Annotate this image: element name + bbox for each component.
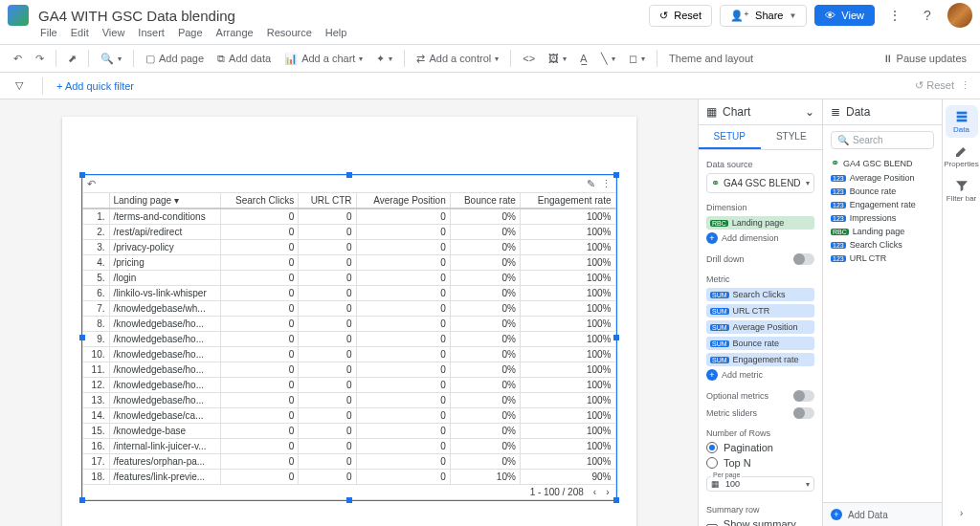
filter-icon[interactable]: ▽ [10,76,29,96]
canvas[interactable]: ↶ ✎ ⋮ Landing page ▾ Search Clicks URL C… [0,99,698,526]
help-button[interactable]: ? [915,3,940,28]
menu-resource[interactable]: Resource [267,27,312,40]
rail-data[interactable]: Data [946,105,978,138]
undo-icon[interactable]: ↶ [87,178,96,190]
filter-more[interactable]: ⋮ [960,79,970,92]
more-options-button[interactable]: ⋮ [882,3,907,28]
pause-updates[interactable]: ⏸ Pause updates [877,49,972,68]
pager-prev[interactable]: ‹ [593,487,596,497]
rail-filter[interactable]: Filter bar [946,174,978,207]
col-url-ctr[interactable]: URL CTR [299,193,356,209]
table-row[interactable]: 13./knowledgebase/ho...0000%100% [82,393,615,408]
add-data-button[interactable]: +Add Data [823,502,942,526]
add-metric[interactable]: +Add metric [706,369,814,381]
pencil-icon[interactable]: ✎ [587,178,595,190]
account-avatar[interactable] [947,3,972,28]
text-tool[interactable]: A̲ [574,49,593,69]
col-engagement-rate[interactable]: Engagement rate [520,193,615,209]
menu-file[interactable]: File [40,27,57,40]
add-control[interactable]: ⇄ Add a control ▾ [411,49,504,69]
tab-setup[interactable]: SETUP [699,125,761,149]
menu-edit[interactable]: Edit [71,27,89,40]
metric-chip[interactable]: SUMAverage Position [706,320,814,334]
image-tool[interactable]: 🖼▾ [543,49,572,68]
col-bounce-rate[interactable]: Bounce rate [450,193,520,209]
dimension-chip[interactable]: RBCLanding page [706,216,814,230]
add-dimension[interactable]: +Add dimension [706,232,814,244]
line-tool[interactable]: ╲▾ [595,49,621,69]
col-avg-position[interactable]: Average Position [356,193,450,209]
field-search[interactable]: 🔍 Search [831,131,934,149]
data-source-selector[interactable]: ⚭GA4 GSC BLEND▾ [706,173,814,193]
table-row[interactable]: 14./knowledgebase/ca...0000%100% [82,408,615,424]
redo-button[interactable]: ↷ [30,49,50,69]
metric-chip[interactable]: SUMBounce rate [706,337,814,350]
table-row[interactable]: 11./knowledgebase/ho...0000%100% [82,362,615,378]
chart-type-chevron[interactable]: ⌄ [805,105,814,119]
metric-chip[interactable]: SUMEngagement rate [706,353,814,366]
field-item[interactable]: 123Search Clicks [831,238,934,252]
data-source-entry[interactable]: ⚭GA4 GSC BLEND [831,155,934,171]
table-row[interactable]: 7./knowledgebase/wh...0000%100% [82,301,615,317]
optional-metrics-toggle[interactable] [793,390,814,402]
url-embed[interactable]: <> [517,49,541,68]
doc-title[interactable]: GA4 WITH GSC Data blending [38,8,649,24]
chart-more-icon[interactable]: ⋮ [601,178,612,190]
table-chart[interactable]: ↶ ✎ ⋮ Landing page ▾ Search Clicks URL C… [81,174,617,501]
metric-sliders-toggle[interactable] [793,407,814,419]
field-item[interactable]: RBCLanding page [831,225,934,238]
radio-topn[interactable] [706,457,718,469]
rail-properties[interactable]: Properties [946,140,978,172]
table-row[interactable]: 16./internal-link-juicer-v...0000%100% [82,439,615,454]
field-item[interactable]: 123Engagement rate [831,198,934,211]
table-row[interactable]: 17./features/orphan-pa...0000%100% [82,454,615,470]
drill-down-toggle[interactable] [793,253,814,265]
add-page[interactable]: ▢ Add page [140,49,210,69]
field-item[interactable]: 123Impressions [831,211,934,225]
menu-help[interactable]: Help [325,27,347,40]
undo-button[interactable]: ↶ [8,49,28,69]
table-row[interactable]: 5./login0000%100% [82,271,615,286]
table-row[interactable]: 3./privacy-policy0000%100% [82,240,615,255]
community-viz[interactable]: ✦▾ [370,49,398,69]
tab-style[interactable]: STYLE [761,125,823,149]
field-item[interactable]: 123URL CTR [831,252,934,265]
menu-view[interactable]: View [102,27,125,40]
table-row[interactable]: 10./knowledgebase/ho...0000%100% [82,347,615,362]
add-chart[interactable]: 📊 Add a chart ▾ [278,49,368,69]
table-row[interactable]: 4./pricing0000%100% [82,255,615,271]
shape-tool[interactable]: ◻▾ [623,49,651,69]
table-row[interactable]: 1./terms-and-conditions0000%100% [82,208,615,225]
table-row[interactable]: 6./linkilo-vs-link-whisper0000%100% [82,286,615,301]
reset-button[interactable]: ↺ Reset [649,5,712,27]
field-item[interactable]: 123Bounce rate [831,185,934,198]
per-page-select[interactable]: Per page ▦ 100▾ [706,476,814,492]
view-button[interactable]: 👁 View [814,5,875,26]
rail-expand[interactable]: › [960,507,964,518]
metric-chip[interactable]: SUMSearch Clicks [706,288,814,301]
add-data[interactable]: ⧉ Add data [212,49,277,69]
table-row[interactable]: 12./knowledgebase/ho...0000%100% [82,378,615,393]
metric-chip[interactable]: SUMURL CTR [706,304,814,318]
col-landing-page[interactable]: Landing page ▾ [109,193,220,209]
col-search-clicks[interactable]: Search Clicks [220,193,299,209]
table-row[interactable]: 2./rest/api/redirect0000%100% [82,225,615,240]
selection-tool[interactable]: ⬈ [62,49,82,69]
theme-layout[interactable]: Theme and layout [663,49,759,68]
radio-pagination[interactable] [706,442,718,453]
svg-rect-1 [956,116,967,119]
table-row[interactable]: 9./knowledgebase/ho...0000%100% [82,332,615,347]
table-row[interactable]: 15./knowledge-base0000%100% [82,424,615,439]
field-item[interactable]: 123Average Position [831,171,934,185]
zoom-tool[interactable]: 🔍▾ [95,49,127,69]
table-row[interactable]: 8./knowledgebase/ho...0000%100% [82,317,615,332]
pager-next[interactable]: › [606,487,609,497]
reset-filters[interactable]: ↺ Reset [915,79,954,92]
looker-studio-logo [8,5,29,26]
add-quick-filter[interactable]: + Add quick filter [56,80,134,92]
menu-page[interactable]: Page [178,27,203,40]
menu-arrange[interactable]: Arrange [216,27,254,40]
share-button[interactable]: 👤⁺ Share ▼ [720,5,807,27]
menu-insert[interactable]: Insert [138,27,165,40]
table-row[interactable]: 18./features/link-previe...00010%90% [82,470,615,485]
